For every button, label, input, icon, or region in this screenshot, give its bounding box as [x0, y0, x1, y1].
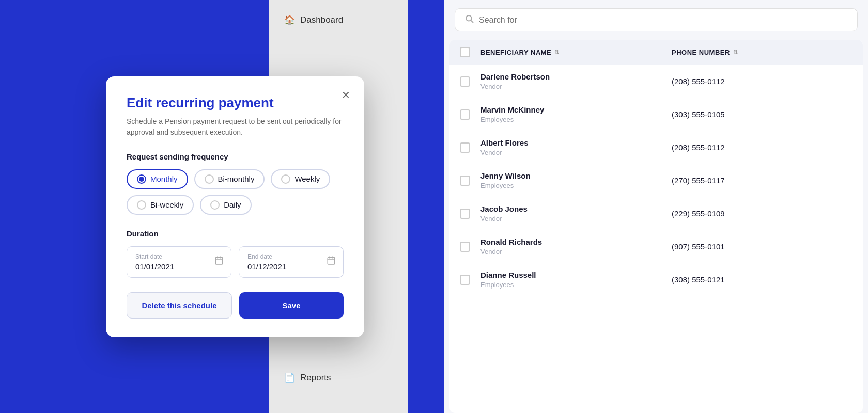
right-panel: BENEFICIARY NAME ⇅ PHONE NUMBER ⇅ Darlen… [444, 0, 868, 413]
row-checkbox[interactable] [460, 109, 470, 120]
delete-schedule-button[interactable]: Delete this schedule [127, 292, 232, 319]
frequency-label-weekly: Weekly [295, 174, 320, 183]
search-input[interactable] [479, 15, 848, 25]
phone-number: (229) 555-0109 [672, 209, 863, 218]
phone-number: (270) 555-0117 [672, 176, 863, 185]
frequency-option-monthly[interactable]: Monthly [127, 169, 188, 189]
frequency-label-monthly: Monthly [150, 174, 178, 183]
header-checkbox-cell [450, 47, 481, 57]
phone-number: (303) 555-0105 [672, 110, 863, 119]
row-checkbox-cell [450, 176, 481, 186]
row-checkbox[interactable] [460, 176, 470, 186]
phone-number: (208) 555-0112 [672, 143, 863, 152]
modal-overlay: ✕ Edit recurring payment Schedule a Pens… [0, 0, 444, 413]
table-row: Dianne Russell Employees (308) 555-0121 [450, 263, 863, 296]
row-checkbox-cell [450, 142, 481, 153]
date-fields: Start date 01/01/2021 End date 01/12/202… [127, 246, 344, 278]
table-row: Marvin McKinney Employees (303) 555-0105 [450, 98, 863, 131]
beneficiary-info: Marvin McKinney Employees [481, 105, 672, 123]
end-date-calendar-icon [327, 256, 336, 268]
beneficiary-info: Jenny Wilson Employees [481, 171, 672, 189]
beneficiary-name: Albert Flores [481, 138, 672, 147]
frequency-option-weekly[interactable]: Weekly [271, 169, 330, 189]
beneficiary-name: Jenny Wilson [481, 171, 672, 180]
beneficiary-name: Marvin McKinney [481, 105, 672, 114]
table-row: Jacob Jones Vendor (229) 555-0109 [450, 197, 863, 230]
beneficiary-type: Employees [481, 182, 672, 189]
end-date-value: 01/12/2021 [247, 262, 335, 271]
start-date-field[interactable]: Start date 01/01/2021 [127, 246, 231, 278]
start-date-label: Start date [135, 253, 223, 260]
phone-number: (907) 555-0101 [672, 242, 863, 251]
table-row: Jenny Wilson Employees (270) 555-0117 [450, 164, 863, 197]
radio-circle [281, 174, 290, 184]
frequency-option-daily[interactable]: Daily [200, 195, 251, 215]
radio-circle [205, 174, 214, 184]
radio-circle [137, 174, 146, 184]
frequency-option-biweekly[interactable]: Bi-weekly [127, 195, 194, 215]
beneficiary-name: Darlene Robertson [481, 72, 672, 81]
beneficiary-type: Employees [481, 116, 672, 123]
name-sort-icon[interactable]: ⇅ [554, 49, 560, 56]
radio-circle [137, 200, 146, 210]
start-date-value: 01/01/2021 [135, 262, 223, 271]
row-checkbox[interactable] [460, 275, 470, 285]
beneficiary-type: Vendor [481, 149, 672, 156]
table-header: BENEFICIARY NAME ⇅ PHONE NUMBER ⇅ [450, 40, 863, 65]
modal-subtitle: Schedule a Pension payment request to be… [127, 116, 344, 138]
row-checkbox-cell [450, 109, 481, 120]
select-all-checkbox[interactable] [460, 47, 470, 57]
beneficiary-name: Dianne Russell [481, 271, 672, 279]
beneficiary-type: Vendor [481, 248, 672, 256]
phone-number: (208) 555-0112 [672, 77, 863, 86]
end-date-field[interactable]: End date 01/12/2021 [239, 246, 344, 278]
frequency-options: Monthly Bi-monthly Weekly Bi-weekly Dail… [127, 169, 344, 215]
svg-line-1 [471, 20, 473, 22]
table-row: Ronald Richards Vendor (907) 555-0101 [450, 230, 863, 263]
table-body: Darlene Robertson Vendor (208) 555-0112 … [450, 65, 863, 296]
close-button[interactable]: ✕ [337, 87, 354, 103]
svg-rect-6 [328, 258, 335, 265]
phone-number: (308) 555-0121 [672, 275, 863, 284]
beneficiary-name: Jacob Jones [481, 204, 672, 213]
edit-recurring-payment-modal: ✕ Edit recurring payment Schedule a Pens… [106, 76, 364, 337]
radio-dot [139, 177, 144, 182]
row-checkbox-cell [450, 209, 481, 219]
start-date-calendar-icon [214, 256, 224, 268]
beneficiary-type: Vendor [481, 83, 672, 90]
beneficiary-name: Ronald Richards [481, 237, 672, 246]
table-row: Darlene Robertson Vendor (208) 555-0112 [450, 65, 863, 98]
beneficiary-type: Vendor [481, 215, 672, 223]
beneficiary-type: Employees [481, 281, 672, 289]
frequency-label-biweekly: Bi-weekly [150, 200, 183, 209]
row-checkbox-cell [450, 242, 481, 252]
phone-sort-icon[interactable]: ⇅ [733, 49, 738, 56]
beneficiary-info: Ronald Richards Vendor [481, 237, 672, 256]
frequency-label-bimonthly: Bi-monthly [218, 174, 255, 183]
svg-rect-2 [215, 258, 223, 265]
row-checkbox[interactable] [460, 76, 470, 87]
frequency-label: Request sending frequency [127, 152, 344, 161]
modal-title: Edit recurring payment [127, 95, 344, 111]
row-checkbox[interactable] [460, 142, 470, 153]
table-row: Albert Flores Vendor (208) 555-0112 [450, 131, 863, 164]
header-phone: PHONE NUMBER ⇅ [672, 47, 863, 57]
modal-actions: Delete this schedule Save [127, 292, 344, 319]
row-checkbox-cell [450, 76, 481, 87]
frequency-label-daily: Daily [224, 200, 241, 209]
row-checkbox[interactable] [460, 209, 470, 219]
beneficiary-info: Jacob Jones Vendor [481, 204, 672, 223]
row-checkbox-cell [450, 275, 481, 285]
search-icon [464, 14, 474, 26]
duration-label: Duration [127, 229, 344, 238]
end-date-label: End date [247, 253, 335, 260]
save-button[interactable]: Save [239, 292, 344, 319]
search-bar[interactable] [455, 8, 858, 31]
beneficiary-info: Albert Flores Vendor [481, 138, 672, 156]
beneficiary-info: Darlene Robertson Vendor [481, 72, 672, 90]
beneficiary-info: Dianne Russell Employees [481, 271, 672, 289]
frequency-option-bimonthly[interactable]: Bi-monthly [194, 169, 265, 189]
radio-circle [210, 200, 220, 210]
beneficiary-table: BENEFICIARY NAME ⇅ PHONE NUMBER ⇅ Darlen… [450, 40, 863, 413]
row-checkbox[interactable] [460, 242, 470, 252]
